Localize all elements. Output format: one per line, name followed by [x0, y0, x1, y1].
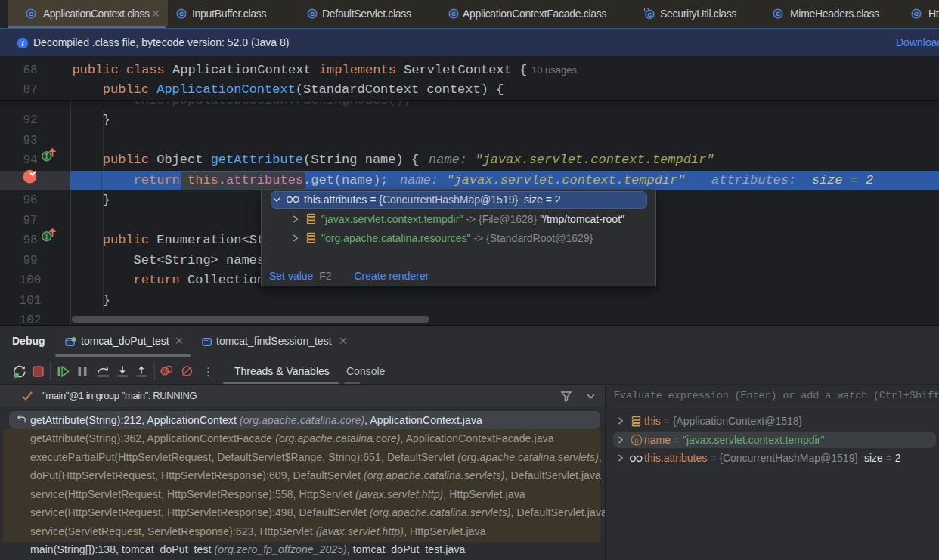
- svg-text:C: C: [776, 10, 780, 17]
- svg-text:C: C: [179, 10, 184, 17]
- svg-text:C: C: [29, 10, 33, 17]
- svg-text:C: C: [914, 10, 919, 17]
- svg-text:p: p: [634, 436, 638, 444]
- svg-text:C: C: [451, 10, 456, 17]
- svg-text:C: C: [310, 10, 315, 17]
- svg-text:C: C: [648, 11, 652, 17]
